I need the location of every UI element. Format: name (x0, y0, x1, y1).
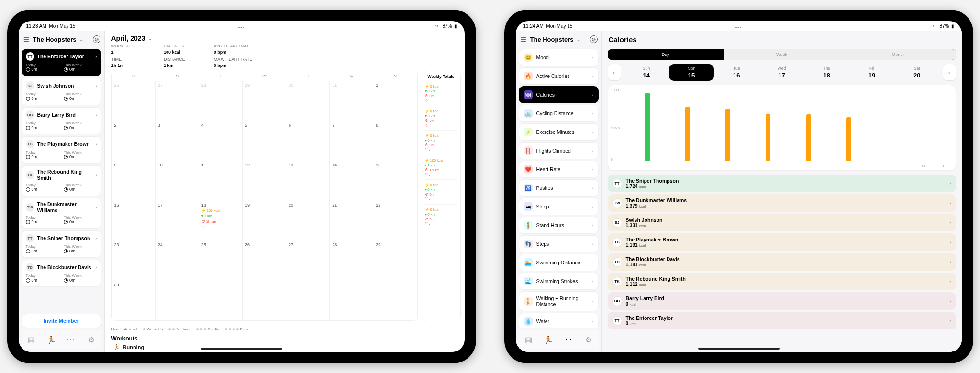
calendar-cell[interactable]: 3 (156, 121, 199, 162)
calendar-cell[interactable]: 22 (373, 201, 417, 241)
tab-dashboard-icon[interactable]: ▦ (26, 335, 36, 345)
metric-item[interactable]: 🏊 Swimming Distance › (519, 254, 599, 271)
rank-item[interactable]: TT The Enforcer Taylor 0 kcal › (608, 312, 956, 329)
calendar-cell[interactable] (243, 281, 286, 321)
metric-item[interactable]: ❤️ Heart Rate › (519, 161, 599, 178)
calendar-cell[interactable]: 10 (156, 161, 199, 201)
rank-item[interactable]: BB Barry Larry Bird 0 kcal › (608, 292, 956, 310)
metric-item[interactable]: 👣 Steps › (519, 235, 599, 252)
metric-item[interactable]: 🚶 Walking + Running Distance › (519, 291, 599, 311)
calendar-cell[interactable]: 26 (112, 81, 156, 121)
multitask-dots[interactable]: ••• (238, 25, 245, 30)
rank-item[interactable]: TT The Sniper Thompson 1,724 kcal › (608, 175, 956, 192)
rank-item[interactable]: TD The Blockbuster Davis 1,181 kcal › (608, 253, 956, 271)
calendar-cell[interactable]: 2 (112, 121, 156, 162)
metric-item[interactable]: 🪜 Flights Climbed › (519, 142, 599, 159)
day-chip[interactable]: Thu18 (804, 64, 849, 81)
athlete-card[interactable]: BB Barry Larry Bird › Today0m This Week0… (22, 107, 101, 134)
segment-month[interactable]: Month (840, 49, 956, 60)
metric-item[interactable]: ⚡ Exercise Minutes › (519, 123, 599, 141)
calendar-cell[interactable]: 7 (330, 121, 373, 162)
calendar-cell[interactable]: 6 (286, 121, 330, 162)
calendar-cell[interactable]: 30 (112, 281, 156, 321)
segment-day[interactable]: Day (608, 49, 724, 60)
calendar-cell[interactable]: 28 (330, 241, 373, 281)
rank-item[interactable]: SJ Swish Johnson 1,331 kcal › (608, 214, 956, 231)
next-day-button[interactable]: › (943, 64, 956, 81)
calendar-cell[interactable]: 5 (243, 121, 286, 162)
athlete-card[interactable]: TT The Sniper Thompson › Today0m This We… (22, 230, 101, 258)
privacy-icon[interactable]: ◎ (590, 35, 598, 43)
calendar-cell[interactable] (286, 281, 330, 321)
calendar-cell[interactable]: 21 (330, 201, 373, 241)
metric-item[interactable]: 🔥 Active Calories › (519, 67, 599, 85)
calendar-cell[interactable]: 8 (373, 121, 417, 162)
calendar-cell[interactable]: 31 (330, 81, 373, 121)
calendar-cell[interactable]: 24 (156, 241, 199, 281)
multitask-dots[interactable]: ••• (735, 25, 742, 30)
team-selector[interactable]: ☰ The Hoopsters ⌄ ◎ (22, 33, 101, 47)
calendar-cell[interactable] (330, 281, 373, 321)
metric-item[interactable]: 🧍 Stand Hours › (519, 217, 599, 234)
calendar-cell[interactable]: 25 (199, 241, 243, 281)
athlete-card[interactable]: TK The Rebound King Smith › Today0m This… (22, 165, 101, 196)
metric-item[interactable]: 🚲 Cycling Distance › (519, 105, 599, 122)
calendar-cell[interactable]: 23 (112, 241, 156, 281)
day-chip[interactable]: Sat20 (894, 64, 939, 81)
calendar-cell[interactable]: 12 (243, 161, 286, 201)
calendar-cell[interactable]: 1 (373, 81, 417, 121)
rank-item[interactable]: TB The Playmaker Brown 1,191 kcal › (608, 233, 956, 251)
athlete-card[interactable]: SJ Swish Johnson › Today0m This Week0m (22, 78, 101, 105)
calendar-cell[interactable]: 17 (156, 201, 199, 241)
workout-item[interactable]: 🏃Running (105, 342, 465, 352)
segment-week[interactable]: Week (724, 49, 840, 60)
rank-item[interactable]: TK The Rebound King Smith 1,112 kcal › (608, 273, 956, 290)
metric-item[interactable]: 💧 Water › (519, 313, 599, 328)
athlete-card[interactable]: TB The Playmaker Brown › Today0m This We… (22, 136, 101, 164)
calendar-cell[interactable]: 13 (286, 161, 330, 201)
calendar-cell[interactable]: 30 (286, 81, 330, 121)
calendar-cell[interactable]: 16 (112, 201, 156, 241)
calendar-cell[interactable] (199, 281, 243, 321)
home-indicator[interactable] (698, 348, 780, 350)
month-selector[interactable]: April, 2023 ⌄ (105, 31, 465, 44)
tab-dashboard-icon[interactable]: ▦ (523, 335, 533, 345)
calendar-cell[interactable]: 14 (330, 161, 373, 201)
calendar-cell[interactable]: 18⚡ 100 kcal▾ 1 km⏱ 1h 1m♡ - (199, 201, 243, 241)
athlete-card[interactable]: TW The Dunkmaster Williams › Today0m Thi… (22, 198, 101, 229)
tab-settings-icon[interactable]: ⚙ (584, 335, 593, 345)
calendar-cell[interactable]: 27 (156, 81, 199, 121)
sidebar-toggle-icon[interactable]: ☰ (22, 35, 30, 43)
metric-item[interactable]: 🛏 Sleep › (519, 198, 599, 215)
calendar-cell[interactable]: 11 (199, 161, 243, 201)
day-chip[interactable]: Wed17 (759, 64, 804, 81)
day-chip[interactable]: Tue16 (714, 64, 759, 81)
metric-item[interactable]: 😊 Mood › (519, 49, 599, 66)
athlete-card[interactable]: TT The Enforcer Taylor › Today0m This We… (22, 49, 101, 76)
day-chip[interactable]: Fri19 (849, 64, 894, 81)
privacy-icon[interactable]: ◎ (93, 35, 100, 43)
home-indicator[interactable] (201, 348, 282, 350)
invite-member-button[interactable]: Invite Member (22, 314, 101, 328)
day-chip[interactable]: Sun14 (624, 64, 669, 81)
prev-day-button[interactable]: ‹ (608, 64, 621, 81)
athlete-card[interactable]: TD The Blockbuster Davis › Today0m This … (22, 260, 101, 287)
calendar-cell[interactable] (156, 281, 199, 321)
metric-item[interactable]: 🍽 Calories › (519, 86, 599, 103)
day-chip[interactable]: Mon15 (669, 64, 714, 81)
calendar-cell[interactable]: 29 (373, 241, 417, 281)
tab-workouts-icon[interactable]: 🏃 (544, 335, 553, 345)
tab-trends-icon[interactable]: 〰 (564, 335, 573, 345)
calendar-cell[interactable]: 26 (243, 241, 286, 281)
calendar-cell[interactable]: 28 (199, 81, 243, 121)
calendar-cell[interactable]: 15 (373, 161, 417, 201)
tab-trends-icon[interactable]: 〰 (67, 335, 76, 345)
calendar-cell[interactable]: 20 (286, 201, 330, 241)
calendar-cell[interactable]: 29 (243, 81, 286, 121)
metric-item[interactable]: ♿ Pushes › (519, 179, 599, 197)
calendar-cell[interactable]: 27 (286, 241, 330, 281)
segmented-control[interactable]: DayWeekMonth (608, 49, 956, 60)
calendar-cell[interactable] (373, 281, 417, 321)
tab-workouts-icon[interactable]: 🏃 (46, 335, 56, 345)
sidebar-toggle-icon[interactable]: ☰ (520, 35, 527, 43)
